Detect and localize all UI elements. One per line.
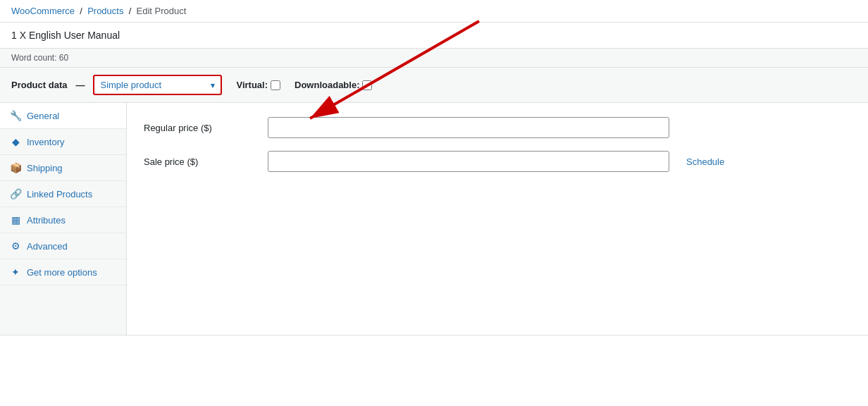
- breadcrumb: WooCommerce / Products / Edit Product: [0, 0, 868, 23]
- sidebar-item-shipping[interactable]: 📦 Shipping: [0, 155, 126, 181]
- product-data-content: 🔧 General ◆ Inventory 📦 Shipping 🔗 Linke…: [0, 103, 868, 336]
- sale-price-row: Sale price ($) Schedule: [144, 151, 851, 172]
- sidebar-item-linked-products[interactable]: 🔗 Linked Products: [0, 181, 126, 207]
- regular-price-input[interactable]: [268, 117, 669, 138]
- sidebar-label-general: General: [27, 111, 59, 121]
- sale-price-input[interactable]: [268, 151, 669, 172]
- regular-price-label: Regular price ($): [144, 123, 256, 133]
- breadcrumb-products[interactable]: Products: [87, 6, 123, 16]
- gear-icon: ⚙: [10, 240, 21, 252]
- sidebar-nav: 🔧 General ◆ Inventory 📦 Shipping 🔗 Linke…: [0, 103, 127, 335]
- wrench-icon: 🔧: [10, 110, 21, 121]
- sidebar-label-inventory: Inventory: [27, 137, 64, 147]
- sidebar-label-advanced: Advanced: [27, 241, 68, 252]
- page-wrapper: WooCommerce / Products / Edit Product 1 …: [0, 0, 868, 406]
- dash-separator: —: [75, 80, 85, 90]
- sidebar-item-general[interactable]: 🔧 General: [0, 103, 126, 129]
- product-type-wrapper[interactable]: Simple product Grouped product External/…: [93, 75, 222, 95]
- breadcrumb-woocommerce[interactable]: WooCommerce: [11, 6, 75, 16]
- sidebar-item-inventory[interactable]: ◆ Inventory: [0, 129, 126, 155]
- product-data-header: Product data — Simple product Grouped pr…: [0, 68, 868, 103]
- schedule-link[interactable]: Schedule: [686, 156, 724, 167]
- sidebar-label-attributes: Attributes: [27, 215, 66, 226]
- breadcrumb-current: Edit Product: [137, 6, 187, 16]
- downloadable-label[interactable]: Downloadable:: [294, 80, 372, 90]
- downloadable-checkbox[interactable]: [362, 80, 372, 90]
- downloadable-text: Downloadable:: [294, 80, 359, 90]
- attributes-icon: ▦: [10, 214, 21, 226]
- virtual-text: Virtual:: [236, 80, 268, 90]
- sidebar-item-attributes[interactable]: ▦ Attributes: [0, 207, 126, 233]
- sidebar-label-linked-products: Linked Products: [27, 189, 92, 199]
- regular-price-row: Regular price ($): [144, 117, 851, 138]
- inventory-icon: ◆: [10, 136, 21, 147]
- virtual-label[interactable]: Virtual:: [236, 80, 280, 90]
- sidebar-label-shipping: Shipping: [27, 163, 63, 173]
- sidebar-label-get-more-options: Get more options: [27, 267, 97, 278]
- shipping-icon: 📦: [10, 162, 21, 173]
- product-type-select[interactable]: Simple product Grouped product External/…: [94, 76, 221, 94]
- star-icon: ✦: [10, 266, 21, 278]
- word-count: Word count: 60: [0, 49, 868, 68]
- main-panel: Regular price ($) Sale price ($) Schedul…: [127, 103, 868, 335]
- sale-price-label: Sale price ($): [144, 156, 256, 167]
- sidebar-item-advanced[interactable]: ⚙ Advanced: [0, 233, 126, 259]
- link-icon: 🔗: [10, 188, 21, 199]
- sidebar-item-get-more-options[interactable]: ✦ Get more options: [0, 259, 126, 285]
- product-data-label: Product data: [11, 80, 67, 90]
- virtual-checkbox[interactable]: [271, 80, 280, 90]
- product-title: 1 X English User Manual: [0, 23, 868, 49]
